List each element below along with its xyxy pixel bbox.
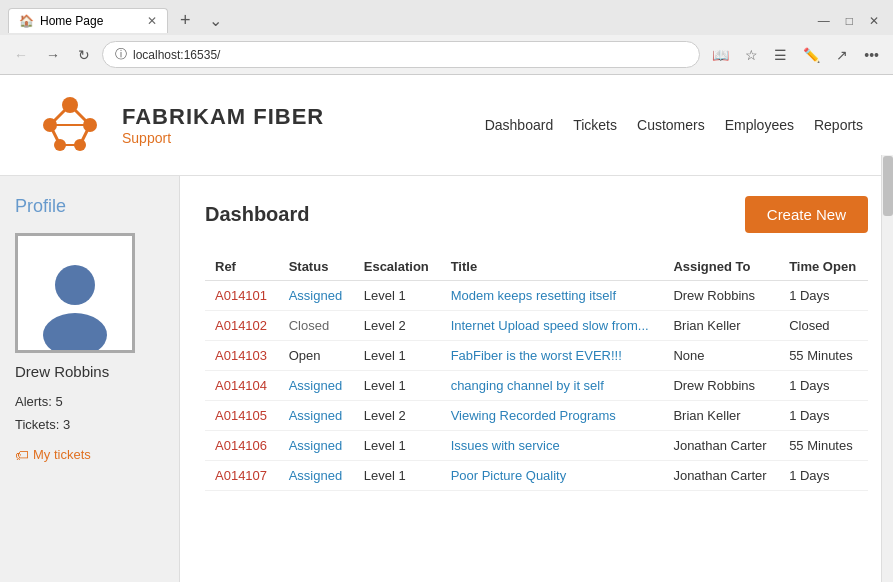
tab-title: Home Page <box>40 14 103 28</box>
logo-area: FABRIKAM FIBER Support <box>30 85 324 165</box>
cell-assigned: None <box>663 341 779 371</box>
minimize-button[interactable]: — <box>812 10 836 32</box>
nav-dashboard[interactable]: Dashboard <box>485 117 554 133</box>
col-time: Time Open <box>779 253 868 281</box>
brand-text: FABRIKAM FIBER Support <box>122 104 324 146</box>
avatar <box>15 233 135 353</box>
table-header: Ref Status Escalation Title Assigned To … <box>205 253 868 281</box>
close-tab-button[interactable]: ✕ <box>147 14 157 28</box>
title-link[interactable]: Viewing Recorded Programs <box>451 408 616 423</box>
status-badge: Assigned <box>289 408 342 423</box>
cell-ref: A014101 <box>205 281 279 311</box>
address-bar[interactable]: ⓘ <box>102 41 700 68</box>
title-link[interactable]: Internet Upload speed slow from... <box>451 318 649 333</box>
svg-line-6 <box>70 105 90 125</box>
table-row: A014102 Closed Level 2 Internet Upload s… <box>205 311 868 341</box>
ref-link[interactable]: A014107 <box>215 468 267 483</box>
cell-time-open: 1 Days <box>779 281 868 311</box>
ref-link[interactable]: A014102 <box>215 318 267 333</box>
cell-ref: A014103 <box>205 341 279 371</box>
hub-button[interactable]: ☰ <box>768 43 793 67</box>
cell-title: changing channel by it self <box>441 371 664 401</box>
cell-escalation: Level 1 <box>354 341 441 371</box>
tickets-label: Tickets: <box>15 417 59 432</box>
share-button[interactable]: ↗ <box>830 43 854 67</box>
title-link[interactable]: Modem keeps resetting itself <box>451 288 616 303</box>
cell-title: Viewing Recorded Programs <box>441 401 664 431</box>
nav-customers[interactable]: Customers <box>637 117 705 133</box>
alerts-value: 5 <box>55 394 62 409</box>
tab-list-button[interactable]: ⌄ <box>203 7 228 34</box>
scrollbar-track[interactable] <box>881 155 893 582</box>
forward-button[interactable]: → <box>40 43 66 67</box>
cell-title: Internet Upload speed slow from... <box>441 311 664 341</box>
cell-escalation: Level 1 <box>354 281 441 311</box>
ref-link[interactable]: A014103 <box>215 348 267 363</box>
close-window-button[interactable]: ✕ <box>863 10 885 32</box>
back-button[interactable]: ← <box>8 43 34 67</box>
cell-time-open: 1 Days <box>779 371 868 401</box>
nav-employees[interactable]: Employees <box>725 117 794 133</box>
svg-line-5 <box>50 105 70 125</box>
status-badge: Closed <box>289 318 329 333</box>
svg-point-12 <box>43 313 107 350</box>
more-button[interactable]: ••• <box>858 43 885 67</box>
cell-title: Issues with service <box>441 431 664 461</box>
notes-button[interactable]: ✏️ <box>797 43 826 67</box>
new-tab-button[interactable]: + <box>172 6 199 35</box>
cell-ref: A014104 <box>205 371 279 401</box>
alerts-row: Alerts: 5 <box>15 390 164 413</box>
cell-time-open: 1 Days <box>779 401 868 431</box>
col-escalation: Escalation <box>354 253 441 281</box>
main-nav: Dashboard Tickets Customers Employees Re… <box>485 117 863 133</box>
alerts-label: Alerts: <box>15 394 52 409</box>
table-header-row: Ref Status Escalation Title Assigned To … <box>205 253 868 281</box>
title-link[interactable]: Issues with service <box>451 438 560 453</box>
create-new-button[interactable]: Create New <box>745 196 868 233</box>
user-name: Drew Robbins <box>15 363 164 380</box>
cell-escalation: Level 2 <box>354 401 441 431</box>
ref-link[interactable]: A014105 <box>215 408 267 423</box>
browser-tab[interactable]: 🏠 Home Page ✕ <box>8 8 168 33</box>
refresh-button[interactable]: ↻ <box>72 43 96 67</box>
status-badge: Assigned <box>289 378 342 393</box>
cell-assigned: Brian Keller <box>663 401 779 431</box>
cell-ref: A014105 <box>205 401 279 431</box>
status-badge: Assigned <box>289 468 342 483</box>
table-row: A014105 Assigned Level 2 Viewing Recorde… <box>205 401 868 431</box>
title-link[interactable]: FabFiber is the worst EVER!!! <box>451 348 622 363</box>
cell-time-open: Closed <box>779 311 868 341</box>
table-row: A014107 Assigned Level 1 Poor Picture Qu… <box>205 461 868 491</box>
brand-sub: Support <box>122 130 324 146</box>
svg-point-11 <box>55 265 95 305</box>
cell-escalation: Level 1 <box>354 461 441 491</box>
table-row: A014103 Open Level 1 FabFiber is the wor… <box>205 341 868 371</box>
nav-tickets[interactable]: Tickets <box>573 117 617 133</box>
scrollbar-thumb[interactable] <box>883 156 893 216</box>
cell-assigned: Jonathan Carter <box>663 461 779 491</box>
my-tickets-link[interactable]: 🏷 My tickets <box>15 447 164 463</box>
reading-view-button[interactable]: 📖 <box>706 43 735 67</box>
status-badge: Assigned <box>289 438 342 453</box>
cell-status: Closed <box>279 311 354 341</box>
ref-link[interactable]: A014106 <box>215 438 267 453</box>
title-link[interactable]: changing channel by it self <box>451 378 604 393</box>
cell-assigned: Drew Robbins <box>663 371 779 401</box>
sidebar: Profile Drew Robbins Alerts: 5 Tickets: … <box>0 176 180 582</box>
nav-reports[interactable]: Reports <box>814 117 863 133</box>
cell-escalation: Level 1 <box>354 371 441 401</box>
table-body: A014101 Assigned Level 1 Modem keeps res… <box>205 281 868 491</box>
status-badge: Assigned <box>289 288 342 303</box>
cell-assigned: Brian Keller <box>663 311 779 341</box>
ticket-icon: 🏷 <box>15 447 29 463</box>
table-row: A014106 Assigned Level 1 Issues with ser… <box>205 431 868 461</box>
site-header: FABRIKAM FIBER Support Dashboard Tickets… <box>0 75 893 176</box>
profile-label: Profile <box>15 196 164 217</box>
status-badge: Open <box>289 348 321 363</box>
maximize-button[interactable]: □ <box>840 10 859 32</box>
favorites-button[interactable]: ☆ <box>739 43 764 67</box>
title-link[interactable]: Poor Picture Quality <box>451 468 567 483</box>
url-input[interactable] <box>133 48 687 62</box>
ref-link[interactable]: A014101 <box>215 288 267 303</box>
ref-link[interactable]: A014104 <box>215 378 267 393</box>
